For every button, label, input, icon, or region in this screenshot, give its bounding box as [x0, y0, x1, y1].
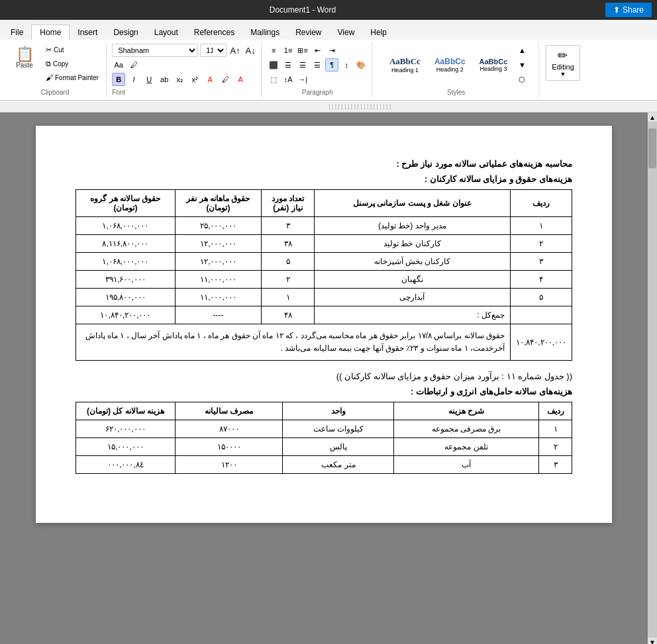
shading-button[interactable]: 🎨: [354, 58, 368, 71]
style-heading2[interactable]: AaBbCc Heading 2: [429, 54, 472, 76]
style-heading1[interactable]: AaBbCc Heading 1: [383, 53, 427, 77]
font-name-selector[interactable]: Shabnam: [112, 44, 198, 57]
tab-insert[interactable]: Insert: [70, 24, 105, 40]
increase-indent-button[interactable]: ⇥: [325, 44, 338, 57]
document-scroll[interactable]: محاسبه هزینه‌های عملیاتی سالانه مورد نیا…: [0, 113, 648, 644]
format-painter-icon: 🖌: [46, 73, 53, 81]
clear-format-button[interactable]: 🖊: [127, 58, 140, 71]
table-row: ۱ برق مصرفی مجموعه کیلووات ساعت ۸۷۰۰۰ ۶۲…: [76, 420, 572, 438]
scroll-thumb[interactable]: [648, 128, 656, 168]
share-button[interactable]: ⬆ Share: [605, 3, 652, 17]
font-grow-button[interactable]: A↑: [228, 44, 242, 57]
highlight-button[interactable]: 🖊: [219, 73, 232, 86]
superscript-button[interactable]: x²: [188, 73, 201, 86]
cut-button[interactable]: ✂Cut: [42, 44, 102, 56]
cell: ۳: [262, 217, 315, 235]
table1-header-1: عنوان شغل و پست سازمانی پرسنل: [315, 190, 511, 217]
section1-title: هزینه‌های حقوق و مزایای سالانه کارکنان :: [76, 174, 572, 184]
style-heading3[interactable]: AaBbCc Heading 3: [474, 54, 514, 75]
cell: آب: [394, 456, 539, 474]
text-color-button[interactable]: A: [234, 73, 247, 86]
tab-file[interactable]: File: [3, 24, 31, 40]
editing-group: ✏ Editing ▼: [540, 42, 585, 97]
cell: ۲: [262, 271, 315, 289]
sort-button[interactable]: ↕A: [281, 73, 295, 86]
change-case-button[interactable]: Aa: [112, 58, 125, 71]
editing-label: Editing: [552, 63, 574, 71]
italic-button[interactable]: I: [127, 73, 140, 86]
bold-button[interactable]: B: [112, 73, 125, 86]
styles-scroll-down[interactable]: ▼: [515, 58, 529, 71]
paste-icon: 📋: [16, 47, 34, 62]
scroll-up-button[interactable]: ▲: [648, 113, 657, 122]
tab-mailings[interactable]: Mailings: [242, 24, 287, 40]
justify-button[interactable]: ☰: [311, 58, 324, 71]
top-bar-title: Document1 - Word: [5, 5, 600, 15]
copy-button[interactable]: ⧉Copy: [42, 58, 102, 70]
bullets-button[interactable]: ≡: [267, 44, 280, 57]
font-color-button[interactable]: A: [203, 73, 217, 86]
table-row: ۴ نگهبان ۲ ۱۱,۰۰۰,۰۰۰ ۳۹۱,۶۰۰,۰۰۰: [76, 271, 572, 289]
align-right-button[interactable]: ☰: [296, 58, 309, 71]
align-center-button[interactable]: ☰: [281, 58, 295, 71]
line-spacing-button[interactable]: ↕: [340, 58, 353, 71]
cell: جمع‌کل :: [315, 306, 511, 324]
table-row: ۲ کارکنان خط تولید ۳۸ ۱۲,۰۰۰,۰۰۰ ۸,۱۱۶,۸…: [76, 235, 572, 253]
cell: ۶۲۰,۰۰۰,۰۰۰: [76, 420, 176, 438]
cell: ۱۰,۸۴۰,۲۰۰,۰۰۰: [510, 324, 572, 361]
cell: ۱۱,۰۰۰,۰۰۰: [176, 271, 262, 289]
font-size-selector[interactable]: 11: [200, 44, 227, 57]
styles-expand[interactable]: ⬡: [515, 73, 529, 86]
table1-header-3: حقوق ماهانه هر نفر (تومان): [176, 190, 262, 217]
styles-scroll-up[interactable]: ▲: [515, 44, 529, 57]
tab-help[interactable]: Help: [362, 24, 395, 40]
tab-design[interactable]: Design: [105, 24, 146, 40]
cell: ۲: [539, 438, 572, 456]
table1-header-0: ردیف: [510, 190, 572, 217]
editing-icon: ✏: [558, 48, 568, 63]
subscript-button[interactable]: x₂: [173, 73, 186, 86]
heading3-preview: AaBbCc: [480, 58, 508, 66]
tab-view[interactable]: View: [330, 24, 363, 40]
table2-header-4: هزینه سالانه کل (تومان): [76, 402, 176, 420]
table1-footnote: (( جدول شماره ۱۱ : برآورد میزان حقوق و م…: [76, 371, 572, 381]
cell: [510, 306, 572, 324]
cell: ۵: [510, 289, 572, 306]
cell: ۳: [510, 253, 572, 271]
cell: ----: [176, 306, 262, 324]
tab-review[interactable]: Review: [287, 24, 329, 40]
paste-button[interactable]: 📋 Paste: [8, 44, 41, 72]
styles-group: AaBbCc Heading 1 AaBbCc Heading 2 AaBbCc…: [374, 42, 539, 97]
format-painter-button[interactable]: 🖌Format Painter: [42, 71, 102, 83]
cell: ۱۰,۸۴۰,۲۰۰,۰۰۰: [76, 306, 176, 324]
section2-title: هزینه‌های سالانه حامل‌های انرژی و ارتباط…: [76, 387, 572, 396]
cell: ۱,۰۶۸,۰۰۰,۰۰۰: [76, 217, 176, 235]
tab-layout[interactable]: Layout: [146, 24, 186, 40]
heading2-label: Heading 2: [436, 66, 464, 73]
cell: ۱۵,۰۰۰,۰۰۰: [76, 438, 176, 456]
table-row: ۳ آب متر مکعب ۱۲۰۰ ۸٤,۰۰۰,۰۰۰: [76, 456, 572, 474]
scroll-down-button[interactable]: ▼: [648, 637, 657, 644]
rtl-button[interactable]: →|: [296, 73, 309, 86]
cell: ۸٤,۰۰۰,۰۰۰: [76, 456, 176, 474]
font-label: Font: [112, 87, 125, 96]
borders-button[interactable]: ⬚: [267, 73, 280, 86]
font-shrink-button[interactable]: A↓: [244, 44, 257, 57]
heading1-preview: AaBbCc: [389, 56, 421, 67]
numbering-button[interactable]: 1≡: [281, 44, 295, 57]
tab-home[interactable]: Home: [31, 24, 70, 40]
underline-button[interactable]: U: [142, 73, 156, 86]
multilevel-button[interactable]: ⊞≡: [296, 44, 309, 57]
table-total-row: جمع‌کل : ۴۸ ---- ۱۰,۸۴۰,۲۰۰,۰۰۰: [76, 306, 572, 324]
main-title: محاسبه هزینه‌های عملیاتی سالانه مورد نیا…: [76, 159, 572, 169]
vertical-scrollbar[interactable]: ▲ ▼: [648, 113, 657, 644]
tab-references[interactable]: References: [186, 24, 242, 40]
styles-label: Styles: [447, 87, 465, 96]
editing-button[interactable]: ✏ Editing ▼: [546, 45, 580, 81]
align-left-button[interactable]: ⬛: [267, 58, 280, 71]
cell: ۲۵,۰۰۰,۰۰۰: [176, 217, 262, 235]
cell: ۲: [510, 235, 572, 253]
strikethrough-button[interactable]: ab: [158, 73, 171, 86]
decrease-indent-button[interactable]: ⇤: [311, 44, 324, 57]
show-formatting-button[interactable]: ¶: [325, 58, 338, 71]
